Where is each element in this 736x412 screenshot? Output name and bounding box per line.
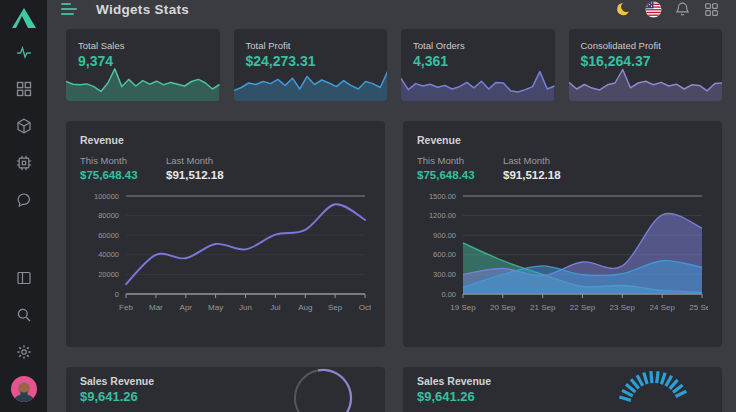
layout-columns-icon bbox=[16, 270, 32, 286]
ring-gauge-chart bbox=[267, 367, 367, 412]
card-title: Revenue bbox=[80, 134, 371, 146]
theme-toggle-button[interactable] bbox=[615, 0, 633, 18]
svg-text:Aug: Aug bbox=[298, 303, 312, 312]
revenue-area-card: Revenue This Month $75,648.43 Last Month… bbox=[403, 121, 722, 347]
svg-text:1200.00: 1200.00 bbox=[429, 211, 456, 220]
svg-text:Mar: Mar bbox=[149, 303, 163, 312]
settings-gear-icon bbox=[16, 344, 32, 360]
total-sales-sparkline-chart bbox=[66, 63, 220, 101]
user-avatar[interactable] bbox=[11, 376, 37, 402]
stat-card-label: Total Profit bbox=[234, 29, 388, 51]
stat-card-total-sales: Total Sales 9,374 bbox=[66, 29, 220, 101]
app-logo[interactable] bbox=[10, 6, 38, 30]
revenue-summary: This Month $75,648.43 Last Month $91,512… bbox=[80, 155, 371, 181]
sidebar-item-settings[interactable] bbox=[9, 337, 39, 367]
sidebar bbox=[0, 0, 47, 412]
cpu-chip-icon bbox=[16, 155, 32, 171]
svg-text:24 Sep: 24 Sep bbox=[650, 303, 676, 312]
svg-text:600.00: 600.00 bbox=[433, 250, 456, 259]
sidebar-item-search[interactable] bbox=[9, 300, 39, 330]
stat-card-label: Total Sales bbox=[66, 29, 220, 51]
svg-text:25 Sep: 25 Sep bbox=[689, 303, 708, 312]
this-month-value: $75,648.43 bbox=[417, 169, 486, 181]
revenue-line-chart: 020000400006000080000100000FebMarAprMayJ… bbox=[80, 188, 371, 320]
svg-text:Feb: Feb bbox=[119, 303, 133, 312]
this-month-value: $75,648.43 bbox=[80, 169, 149, 181]
consolidated-profit-sparkline-chart bbox=[569, 63, 723, 101]
svg-text:22 Sep: 22 Sep bbox=[570, 303, 596, 312]
stat-card-label: Consolidated Profit bbox=[569, 29, 723, 51]
svg-text:21 Sep: 21 Sep bbox=[530, 303, 556, 312]
svg-text:60000: 60000 bbox=[98, 231, 119, 240]
sidebar-item-widgets[interactable] bbox=[9, 74, 39, 104]
this-month-label: This Month bbox=[80, 155, 149, 166]
svg-text:Oct: Oct bbox=[359, 303, 371, 312]
tick-gauge-chart bbox=[604, 367, 704, 412]
last-month-value: $91,512.18 bbox=[166, 169, 235, 181]
svg-text:100000: 100000 bbox=[94, 192, 119, 201]
svg-text:23 Sep: 23 Sep bbox=[610, 303, 636, 312]
top-header: Widgets Stats bbox=[47, 0, 736, 18]
revenue-charts-row: Revenue This Month $75,648.43 Last Month… bbox=[66, 121, 722, 347]
svg-text:Apr: Apr bbox=[180, 303, 193, 312]
svg-text:Jul: Jul bbox=[270, 303, 280, 312]
language-selector-button[interactable] bbox=[644, 0, 662, 18]
sidebar-item-layout[interactable] bbox=[9, 263, 39, 293]
last-month-label: Last Month bbox=[503, 155, 572, 166]
gear-teeth bbox=[17, 345, 30, 358]
activity-icon bbox=[16, 44, 32, 60]
sidebar-toggle-icon[interactable] bbox=[61, 1, 81, 17]
dashboard-content: Total Sales 9,374 Total Profit $24,273.3… bbox=[47, 18, 736, 412]
revenue-line-card: Revenue This Month $75,648.43 Last Month… bbox=[66, 121, 385, 347]
sidebar-item-messages[interactable] bbox=[9, 185, 39, 215]
card-title: Revenue bbox=[417, 134, 708, 146]
svg-text:0: 0 bbox=[115, 290, 119, 299]
svg-text:1500.00: 1500.00 bbox=[429, 192, 456, 201]
svg-text:300.00: 300.00 bbox=[433, 270, 456, 279]
svg-text:20 Sep: 20 Sep bbox=[490, 303, 516, 312]
sales-revenue-card-ring: Sales Revenue $9,641.26 bbox=[66, 367, 385, 412]
svg-text:40000: 40000 bbox=[98, 250, 119, 259]
last-month-label: Last Month bbox=[166, 155, 235, 166]
svg-text:20000: 20000 bbox=[98, 270, 119, 279]
total-profit-sparkline-chart bbox=[234, 63, 388, 101]
sidebar-item-dashboard[interactable] bbox=[9, 37, 39, 67]
stat-card-total-profit: Total Profit $24,273.31 bbox=[234, 29, 388, 101]
total-orders-sparkline-chart bbox=[401, 63, 555, 101]
moon-icon bbox=[616, 1, 632, 17]
us-flag-icon bbox=[645, 1, 662, 18]
chat-bubble-icon bbox=[16, 192, 32, 208]
stat-cards-row: Total Sales 9,374 Total Profit $24,273.3… bbox=[66, 29, 722, 101]
avatar-image bbox=[11, 376, 37, 402]
apps-menu-button[interactable] bbox=[702, 0, 720, 18]
sales-revenue-row: Sales Revenue $9,641.26 Sales Revenue $9… bbox=[66, 367, 722, 412]
stat-card-total-orders: Total Orders 4,361 bbox=[401, 29, 555, 101]
package-box-icon bbox=[16, 118, 32, 134]
logo-triangle-icon bbox=[11, 7, 37, 29]
svg-text:Sep: Sep bbox=[328, 303, 343, 312]
svg-text:900.00: 900.00 bbox=[433, 231, 456, 240]
apps-grid-icon bbox=[704, 2, 719, 17]
sidebar-item-system[interactable] bbox=[9, 148, 39, 178]
stat-card-consolidated-profit: Consolidated Profit $16,264.37 bbox=[569, 29, 723, 101]
main-area: Widgets Stats bbox=[47, 0, 736, 412]
sidebar-nav-bottom bbox=[9, 256, 39, 367]
revenue-area-chart: 0.00300.00600.00900.001200.001500.0019 S… bbox=[417, 188, 708, 320]
sidebar-nav-top bbox=[9, 30, 39, 215]
notifications-button[interactable] bbox=[673, 0, 691, 18]
widgets-grid-icon bbox=[16, 81, 32, 97]
stat-card-label: Total Orders bbox=[401, 29, 555, 51]
sidebar-item-packages[interactable] bbox=[9, 111, 39, 141]
svg-text:May: May bbox=[208, 303, 223, 312]
header-icons bbox=[615, 0, 720, 18]
last-month-value: $91,512.18 bbox=[503, 169, 572, 181]
this-month-label: This Month bbox=[417, 155, 486, 166]
search-icon bbox=[16, 307, 32, 323]
page-title: Widgets Stats bbox=[96, 2, 189, 17]
svg-text:0.00: 0.00 bbox=[441, 290, 456, 299]
revenue-summary: This Month $75,648.43 Last Month $91,512… bbox=[417, 155, 708, 181]
svg-text:80000: 80000 bbox=[98, 211, 119, 220]
bell-icon bbox=[675, 1, 690, 17]
sales-revenue-card-ticks: Sales Revenue $9,641.26 bbox=[403, 367, 722, 412]
svg-text:Jun: Jun bbox=[239, 303, 252, 312]
